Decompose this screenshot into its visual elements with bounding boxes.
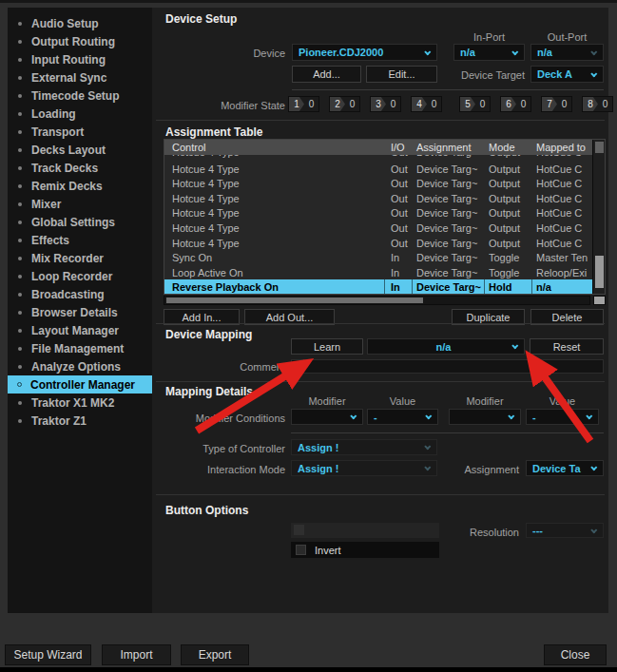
sidebar-item-loading[interactable]: Loading xyxy=(8,105,152,123)
sidebar-item-decks-layout[interactable]: Decks Layout xyxy=(8,141,152,159)
sidebar-item-global-settings[interactable]: Global Settings xyxy=(8,213,152,231)
cell-mapped-to: Reloop/Exi xyxy=(536,267,593,278)
type-of-controller-dropdown[interactable]: Assign ! xyxy=(291,439,437,455)
table-row[interactable]: Hotcue 4 Type Out Device Targ~ Output Ho… xyxy=(164,206,593,221)
invert-label: Invert xyxy=(315,545,341,556)
setup-wizard-button[interactable]: Setup Wizard xyxy=(5,644,91,665)
reset-button[interactable]: Reset xyxy=(530,338,604,355)
device-dropdown[interactable]: Pioneer.CDJ2000 xyxy=(292,44,437,61)
column-header-assignment[interactable]: Assignment xyxy=(416,142,483,153)
import-button[interactable]: Import xyxy=(102,644,171,665)
assignment-dropdown[interactable]: Device Ta xyxy=(526,460,604,476)
table-row[interactable]: Hotcue 4 Type Out Device Targ~ Output Ho… xyxy=(164,177,593,192)
cell-mode: Output xyxy=(489,222,530,234)
modifier-condition-1-dropdown[interactable] xyxy=(291,409,363,425)
value-condition-1-dropdown[interactable]: - xyxy=(367,409,438,425)
cell-io: In xyxy=(391,252,412,263)
table-row[interactable]: Hotcue 4 Type Out Device Targ~ Output Ho… xyxy=(164,155,593,162)
bullet-icon xyxy=(18,202,22,206)
column-header-io[interactable]: I/O xyxy=(391,142,412,153)
sidebar-item-controller-manager[interactable]: Controller Manager xyxy=(8,375,152,394)
table-row[interactable]: Hotcue 4 Type Out Device Targ~ Output Ho… xyxy=(164,236,593,251)
in-port-dropdown[interactable]: n/a xyxy=(453,44,525,61)
sidebar-item-label: External Sync xyxy=(31,71,106,85)
cell-control: Hotcue 4 Type xyxy=(172,163,381,175)
table-row[interactable]: Sync On In Device Targ~ Toggle Master Te… xyxy=(164,250,593,265)
modifier-state-widget[interactable]: 3 0 xyxy=(370,96,401,112)
sidebar-item-mixer[interactable]: Mixer xyxy=(8,195,152,213)
modifier-value: 0 xyxy=(598,97,612,111)
sidebar-item-effects[interactable]: Effects xyxy=(8,231,152,249)
out-port-dropdown[interactable]: n/a xyxy=(530,44,604,61)
horizontal-scrollbar-thumb[interactable] xyxy=(166,298,423,303)
sidebar-item-remix-decks[interactable]: Remix Decks xyxy=(8,177,152,195)
resolution-dropdown[interactable]: --- xyxy=(526,523,604,538)
sidebar-item-audio-setup[interactable]: Audio Setup xyxy=(8,14,152,32)
bullet-icon xyxy=(18,76,22,80)
sidebar-item-analyze-options[interactable]: Analyze Options xyxy=(8,357,152,375)
modifier-state-widget[interactable]: 8 0 xyxy=(582,96,613,112)
sidebar-item-file-management[interactable]: File Management xyxy=(8,339,152,357)
cell-mapped-to: HotCue C xyxy=(536,193,593,204)
sidebar-item-layout-manager[interactable]: Layout Manager xyxy=(8,321,152,339)
modifier-state-widget[interactable]: 7 0 xyxy=(541,96,572,112)
learn-button[interactable]: Learn xyxy=(291,338,363,355)
bullet-icon xyxy=(18,329,22,333)
modifier-value: 0 xyxy=(386,97,400,111)
sidebar-item-output-routing[interactable]: Output Routing xyxy=(8,32,152,50)
modifier-state-widget[interactable]: 5 0 xyxy=(459,96,491,112)
invert-checkbox[interactable] xyxy=(296,545,306,555)
sidebar-item-mix-recorder[interactable]: Mix Recorder xyxy=(8,249,152,267)
scrollbar-top-cap[interactable] xyxy=(595,142,604,153)
interaction-mode-dropdown[interactable]: Assign ! xyxy=(291,460,437,476)
table-row[interactable]: Hotcue 4 Type Out Device Targ~ Output Ho… xyxy=(164,221,593,236)
mapped-control-dropdown[interactable]: n/a xyxy=(367,338,525,355)
sidebar-item-timecode-setup[interactable]: Timecode Setup xyxy=(8,86,152,105)
edit-device-button[interactable]: Edit... xyxy=(366,66,437,83)
invert-option-row[interactable]: Invert xyxy=(291,542,439,558)
sidebar-item-input-routing[interactable]: Input Routing xyxy=(8,50,152,68)
comment-input[interactable] xyxy=(291,359,604,374)
column-header-mapped-to[interactable]: Mapped to xyxy=(536,142,593,153)
sidebar-item-broadcasting[interactable]: Broadcasting xyxy=(8,285,152,303)
sidebar-item-track-decks[interactable]: Track Decks xyxy=(8,159,152,177)
modifier-value: 0 xyxy=(475,97,490,111)
device-dropdown-value: Pioneer.CDJ2000 xyxy=(299,47,426,58)
sidebar-item-traktor-z1[interactable]: Traktor Z1 xyxy=(8,412,152,430)
column-header-mode[interactable]: Mode xyxy=(489,142,530,153)
vertical-scrollbar[interactable] xyxy=(592,140,605,294)
modifier-state-widget[interactable]: 6 0 xyxy=(500,96,531,112)
sidebar-item-label: Audio Setup xyxy=(31,17,99,30)
bullet-icon xyxy=(18,166,22,170)
sidebar-item-traktor-x1-mk2[interactable]: Traktor X1 MK2 xyxy=(8,394,152,412)
add-device-button[interactable]: Add... xyxy=(292,66,361,83)
table-row[interactable]: Loop Active On In Device Targ~ Toggle Re… xyxy=(164,265,593,280)
export-button[interactable]: Export xyxy=(181,644,249,665)
cell-assignment: Device Targ~ xyxy=(416,252,483,263)
assignment-table-header[interactable]: Control I/O Assignment Mode Mapped to xyxy=(164,140,593,155)
bullet-icon xyxy=(18,112,22,116)
assignment-table-body: Hotcue 4 Type Out Device Targ~ Output Ho… xyxy=(164,155,593,294)
value-condition-2-dropdown[interactable]: - xyxy=(526,409,599,425)
table-row[interactable]: Hotcue 4 Type Out Device Targ~ Output Ho… xyxy=(164,162,593,177)
table-row[interactable]: Reverse Playback On In Device Targ~ Hold… xyxy=(164,279,593,294)
close-button[interactable]: Close xyxy=(544,644,607,665)
preferences-sidebar: Audio Setup Output Routing Input Routing… xyxy=(8,8,152,613)
sidebar-item-external-sync[interactable]: External Sync xyxy=(8,68,152,86)
column-header-control[interactable]: Control xyxy=(172,142,381,153)
table-row[interactable]: Hotcue 4 Type Out Device Targ~ Output Ho… xyxy=(164,191,593,206)
assignment-table-title: Assignment Table xyxy=(165,125,262,139)
chevron-down-icon xyxy=(590,70,597,77)
modifier-state-widget[interactable]: 1 0 xyxy=(288,96,319,112)
sidebar-item-transport[interactable]: Transport xyxy=(8,123,152,141)
vertical-scrollbar-thumb[interactable] xyxy=(595,256,604,288)
device-target-dropdown[interactable]: Deck A xyxy=(530,66,604,83)
modifier-condition-2-dropdown[interactable] xyxy=(449,409,521,425)
modifier-state-widget[interactable]: 2 0 xyxy=(329,96,360,112)
modifier-state-widget[interactable]: 4 0 xyxy=(411,96,442,112)
horizontal-scrollbar[interactable] xyxy=(164,296,590,305)
chevron-down-icon xyxy=(508,413,514,419)
sidebar-item-loop-recorder[interactable]: Loop Recorder xyxy=(8,267,152,285)
modifier-number: 5 xyxy=(460,97,475,111)
sidebar-item-browser-details[interactable]: Browser Details xyxy=(8,303,152,321)
